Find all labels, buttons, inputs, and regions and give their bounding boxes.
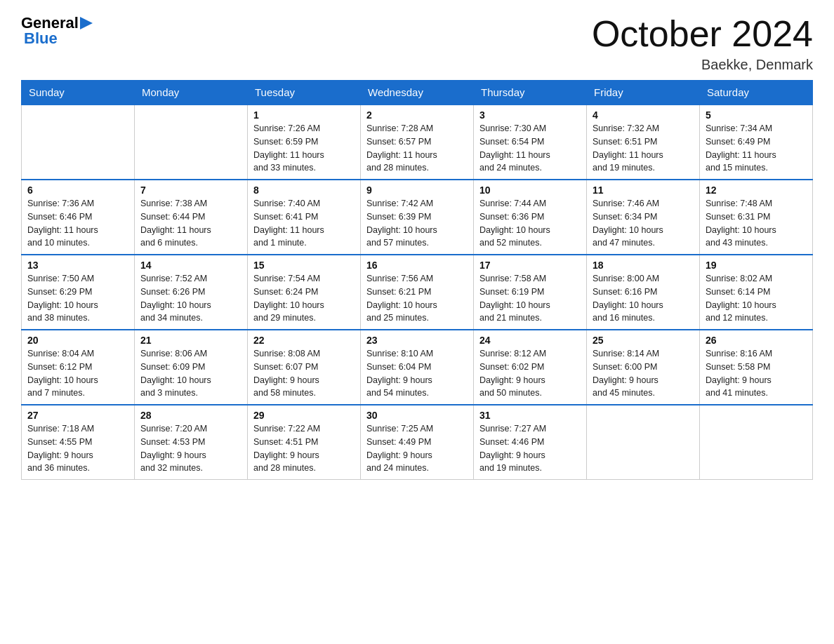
calendar-cell: 23Sunrise: 8:10 AMSunset: 6:04 PMDayligh… <box>361 330 474 405</box>
day-number: 24 <box>479 335 581 346</box>
day-number: 2 <box>366 109 468 121</box>
day-info: Sunrise: 7:50 AMSunset: 6:29 PMDaylight:… <box>27 272 128 325</box>
calendar-cell: 17Sunrise: 7:58 AMSunset: 6:19 PMDayligh… <box>474 255 587 330</box>
calendar-cell: 25Sunrise: 8:14 AMSunset: 6:00 PMDayligh… <box>587 330 700 405</box>
day-info: Sunrise: 8:00 AMSunset: 6:16 PMDaylight:… <box>593 272 694 325</box>
calendar-cell: 12Sunrise: 7:48 AMSunset: 6:31 PMDayligh… <box>700 180 813 255</box>
day-info: Sunrise: 7:42 AMSunset: 6:39 PMDaylight:… <box>366 197 468 250</box>
day-info: Sunrise: 7:30 AMSunset: 6:54 PMDaylight:… <box>479 122 581 175</box>
day-info: Sunrise: 8:12 AMSunset: 6:02 PMDaylight:… <box>479 347 581 400</box>
day-info: Sunrise: 7:48 AMSunset: 6:31 PMDaylight:… <box>706 197 807 250</box>
day-number: 30 <box>366 410 468 421</box>
day-number: 1 <box>253 109 355 121</box>
day-info: Sunrise: 7:52 AMSunset: 6:26 PMDaylight:… <box>140 272 241 325</box>
svg-marker-0 <box>80 17 93 29</box>
calendar-cell: 13Sunrise: 7:50 AMSunset: 6:29 PMDayligh… <box>22 255 135 330</box>
calendar-cell: 5Sunrise: 7:34 AMSunset: 6:49 PMDaylight… <box>700 105 813 180</box>
calendar-cell <box>22 105 135 180</box>
weekday-header-sunday: Sunday <box>22 81 135 105</box>
calendar-cell: 18Sunrise: 8:00 AMSunset: 6:16 PMDayligh… <box>587 255 700 330</box>
weekday-header-wednesday: Wednesday <box>361 81 474 105</box>
day-number: 8 <box>253 185 355 196</box>
day-info: Sunrise: 7:36 AMSunset: 6:46 PMDaylight:… <box>27 197 128 250</box>
calendar-cell: 30Sunrise: 7:25 AMSunset: 4:49 PMDayligh… <box>361 405 474 480</box>
day-number: 18 <box>593 260 694 271</box>
day-number: 20 <box>27 335 128 346</box>
calendar-cell <box>587 405 700 480</box>
day-number: 16 <box>366 260 468 271</box>
month-title: October 2024 <box>592 14 813 54</box>
day-number: 27 <box>27 410 128 421</box>
calendar-week-4: 20Sunrise: 8:04 AMSunset: 6:12 PMDayligh… <box>22 330 813 405</box>
day-info: Sunrise: 8:06 AMSunset: 6:09 PMDaylight:… <box>140 347 241 400</box>
logo-arrow-icon <box>80 15 93 31</box>
calendar-cell: 6Sunrise: 7:36 AMSunset: 6:46 PMDaylight… <box>22 180 135 255</box>
weekday-header-thursday: Thursday <box>474 81 587 105</box>
day-number: 21 <box>140 335 241 346</box>
calendar-cell: 27Sunrise: 7:18 AMSunset: 4:55 PMDayligh… <box>22 405 135 480</box>
day-number: 22 <box>253 335 355 346</box>
day-number: 14 <box>140 260 241 271</box>
day-number: 12 <box>706 185 807 196</box>
location: Baekke, Denmark <box>592 57 813 73</box>
calendar-cell: 15Sunrise: 7:54 AMSunset: 6:24 PMDayligh… <box>248 255 361 330</box>
day-info: Sunrise: 8:02 AMSunset: 6:14 PMDaylight:… <box>706 272 807 325</box>
weekday-header-saturday: Saturday <box>700 81 813 105</box>
calendar-week-3: 13Sunrise: 7:50 AMSunset: 6:29 PMDayligh… <box>22 255 813 330</box>
calendar-cell: 4Sunrise: 7:32 AMSunset: 6:51 PMDaylight… <box>587 105 700 180</box>
weekday-header-tuesday: Tuesday <box>248 81 361 105</box>
calendar-cell: 1Sunrise: 7:26 AMSunset: 6:59 PMDaylight… <box>248 105 361 180</box>
day-info: Sunrise: 8:10 AMSunset: 6:04 PMDaylight:… <box>366 347 468 400</box>
day-number: 23 <box>366 335 468 346</box>
day-info: Sunrise: 8:14 AMSunset: 6:00 PMDaylight:… <box>593 347 694 400</box>
title-area: October 2024 Baekke, Denmark <box>592 14 813 73</box>
calendar-cell: 11Sunrise: 7:46 AMSunset: 6:34 PMDayligh… <box>587 180 700 255</box>
day-number: 26 <box>706 335 807 346</box>
day-number: 13 <box>27 260 128 271</box>
day-number: 31 <box>479 410 581 421</box>
calendar-cell: 20Sunrise: 8:04 AMSunset: 6:12 PMDayligh… <box>22 330 135 405</box>
day-number: 4 <box>593 109 694 121</box>
day-info: Sunrise: 7:20 AMSunset: 4:53 PMDaylight:… <box>140 422 241 475</box>
calendar-week-2: 6Sunrise: 7:36 AMSunset: 6:46 PMDaylight… <box>22 180 813 255</box>
day-number: 15 <box>253 260 355 271</box>
day-info: Sunrise: 7:25 AMSunset: 4:49 PMDaylight:… <box>366 422 468 475</box>
calendar-cell: 16Sunrise: 7:56 AMSunset: 6:21 PMDayligh… <box>361 255 474 330</box>
day-number: 5 <box>706 109 807 121</box>
day-number: 6 <box>27 185 128 196</box>
day-info: Sunrise: 7:27 AMSunset: 4:46 PMDaylight:… <box>479 422 581 475</box>
calendar-cell <box>135 105 248 180</box>
calendar-cell: 29Sunrise: 7:22 AMSunset: 4:51 PMDayligh… <box>248 405 361 480</box>
day-number: 29 <box>253 410 355 421</box>
day-info: Sunrise: 7:22 AMSunset: 4:51 PMDaylight:… <box>253 422 355 475</box>
day-info: Sunrise: 7:46 AMSunset: 6:34 PMDaylight:… <box>593 197 694 250</box>
day-info: Sunrise: 8:04 AMSunset: 6:12 PMDaylight:… <box>27 347 128 400</box>
day-number: 9 <box>366 185 468 196</box>
day-info: Sunrise: 7:34 AMSunset: 6:49 PMDaylight:… <box>706 122 807 175</box>
calendar-cell: 31Sunrise: 7:27 AMSunset: 4:46 PMDayligh… <box>474 405 587 480</box>
logo: General Blue <box>21 14 93 48</box>
calendar-week-1: 1Sunrise: 7:26 AMSunset: 6:59 PMDaylight… <box>22 105 813 180</box>
calendar-cell: 28Sunrise: 7:20 AMSunset: 4:53 PMDayligh… <box>135 405 248 480</box>
calendar-cell: 9Sunrise: 7:42 AMSunset: 6:39 PMDaylight… <box>361 180 474 255</box>
weekday-header-friday: Friday <box>587 81 700 105</box>
day-number: 19 <box>706 260 807 271</box>
calendar-cell: 19Sunrise: 8:02 AMSunset: 6:14 PMDayligh… <box>700 255 813 330</box>
day-info: Sunrise: 7:32 AMSunset: 6:51 PMDaylight:… <box>593 122 694 175</box>
weekday-header-row: SundayMondayTuesdayWednesdayThursdayFrid… <box>22 81 813 105</box>
page-header: General Blue October 2024 Baekke, Denmar… <box>21 14 813 73</box>
day-number: 28 <box>140 410 241 421</box>
day-info: Sunrise: 7:40 AMSunset: 6:41 PMDaylight:… <box>253 197 355 250</box>
calendar-cell <box>700 405 813 480</box>
day-info: Sunrise: 7:38 AMSunset: 6:44 PMDaylight:… <box>140 197 241 250</box>
calendar-cell: 26Sunrise: 8:16 AMSunset: 5:58 PMDayligh… <box>700 330 813 405</box>
day-number: 25 <box>593 335 694 346</box>
day-number: 17 <box>479 260 581 271</box>
calendar-week-5: 27Sunrise: 7:18 AMSunset: 4:55 PMDayligh… <box>22 405 813 480</box>
calendar-cell: 22Sunrise: 8:08 AMSunset: 6:07 PMDayligh… <box>248 330 361 405</box>
day-info: Sunrise: 8:16 AMSunset: 5:58 PMDaylight:… <box>706 347 807 400</box>
day-info: Sunrise: 7:56 AMSunset: 6:21 PMDaylight:… <box>366 272 468 325</box>
calendar-cell: 3Sunrise: 7:30 AMSunset: 6:54 PMDaylight… <box>474 105 587 180</box>
day-info: Sunrise: 7:28 AMSunset: 6:57 PMDaylight:… <box>366 122 468 175</box>
calendar-cell: 8Sunrise: 7:40 AMSunset: 6:41 PMDaylight… <box>248 180 361 255</box>
